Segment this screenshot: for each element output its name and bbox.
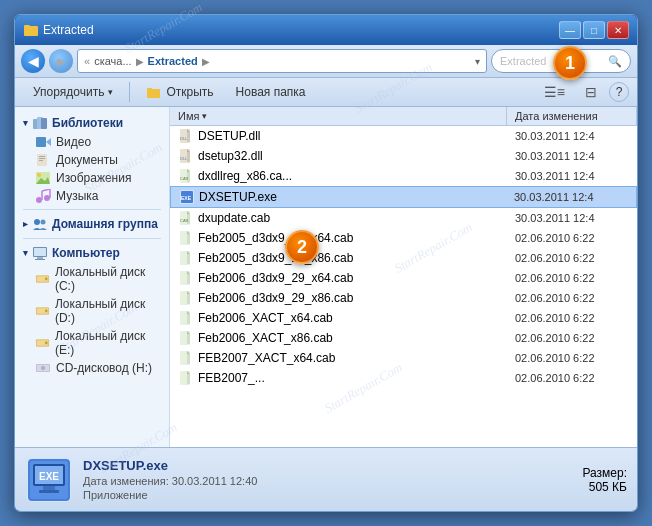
drive-e-icon xyxy=(35,336,50,350)
table-row[interactable]: Feb2006_XACT_x64.cab 02.06.2010 6:22 xyxy=(170,308,637,328)
address-bar[interactable]: « скача... ▶ Extracted ▶ ▾ xyxy=(77,49,487,73)
forward-button[interactable]: ▶ xyxy=(49,49,73,73)
back-button[interactable]: ◀ xyxy=(21,49,45,73)
file-name: Feb2006_d3dx9_29_x64.cab xyxy=(198,271,353,285)
status-filename: DXSETUP.exe xyxy=(83,458,257,473)
view-toggle-button[interactable]: ☰≡ xyxy=(536,81,573,103)
file-cell-date: 30.03.2011 12:4 xyxy=(507,129,637,143)
minimize-button[interactable]: — xyxy=(559,21,581,39)
table-row[interactable]: CAB dxupdate.cab 30.03.2011 12:4 xyxy=(170,208,637,228)
file-name: dxupdate.cab xyxy=(198,211,270,225)
file-list: DLL DSETUP.dll 30.03.2011 12:4 DLL xyxy=(170,126,637,447)
cab-icon xyxy=(178,270,194,286)
file-cell-date: 02.06.2010 6:22 xyxy=(507,251,637,265)
col-name-label: Имя xyxy=(178,110,199,122)
help-button[interactable]: ? xyxy=(609,82,629,102)
computer-icon xyxy=(32,246,48,260)
toolbar-sep-1 xyxy=(129,82,130,102)
file-name: dxdllreg_x86.ca... xyxy=(198,169,292,183)
sidebar-item-drive-e[interactable]: Локальный диск (E:) xyxy=(15,327,169,359)
address-area: ◀ ▶ « скача... ▶ Extracted ▶ ▾ Extracted… xyxy=(15,45,637,78)
sidebar: ▾ Библиотеки Видео xyxy=(15,107,170,447)
col-date-label: Дата изменения xyxy=(515,110,598,122)
view-panel-button[interactable]: ⊟ xyxy=(577,81,605,103)
cab-icon xyxy=(178,330,194,346)
sidebar-item-video[interactable]: Видео xyxy=(15,133,169,151)
sidebar-item-images[interactable]: Изображения xyxy=(15,169,169,187)
file-cell-name: EXE DXSETUP.exe xyxy=(171,188,506,206)
main-content: ▾ Библиотеки Видео xyxy=(15,107,637,447)
video-icon xyxy=(35,135,51,149)
table-row[interactable]: FEB2007_... 02.06.2010 6:22 xyxy=(170,368,637,388)
svg-rect-10 xyxy=(39,156,45,157)
file-cell-name: Feb2006_d3dx9_29_x86.cab xyxy=(170,289,507,307)
sidebar-item-documents[interactable]: Документы xyxy=(15,151,169,169)
svg-point-39 xyxy=(42,367,44,369)
crumb-sep-0: « xyxy=(84,55,90,67)
table-row[interactable]: Feb2006_d3dx9_29_x64.cab 02.06.2010 6:22 xyxy=(170,268,637,288)
file-cell-date: 30.03.2011 12:4 xyxy=(506,190,636,204)
svg-text:EXE: EXE xyxy=(39,471,59,482)
close-button[interactable]: ✕ xyxy=(607,21,629,39)
sidebar-header-computer[interactable]: ▾ Компьютер xyxy=(15,243,169,263)
file-cell-date: 02.06.2010 6:22 xyxy=(507,331,637,345)
svg-rect-88 xyxy=(43,486,55,490)
sidebar-header-libraries[interactable]: ▾ Библиотеки xyxy=(15,113,169,133)
file-cell-date: 30.03.2011 12:4 xyxy=(507,169,637,183)
sidebar-item-drive-d[interactable]: Локальный диск (D:) xyxy=(15,295,169,327)
file-cell-name: FEB2007_... xyxy=(170,369,507,387)
cab-icon: CAB xyxy=(178,168,194,184)
table-row[interactable]: DLL DSETUP.dll 30.03.2011 12:4 xyxy=(170,126,637,146)
svg-text:CAB: CAB xyxy=(180,176,189,181)
file-cell-date: 02.06.2010 6:22 xyxy=(507,371,637,385)
crumb-item-0: скача... xyxy=(94,55,131,67)
organize-button[interactable]: Упорядочить ▾ xyxy=(23,82,123,102)
table-row[interactable]: DLL dsetup32.dll 30.03.2011 12:4 xyxy=(170,146,637,166)
organize-chevron: ▾ xyxy=(108,87,113,97)
sidebar-item-music[interactable]: Музыка xyxy=(15,187,169,205)
homegroup-icon xyxy=(32,217,48,231)
file-cell-date: 02.06.2010 6:22 xyxy=(507,311,637,325)
table-row[interactable]: FEB2007_XACT_x64.cab 02.06.2010 6:22 xyxy=(170,348,637,368)
table-row[interactable]: Feb2005_d3dx9_24_x86.cab 02.06.2010 6:22 xyxy=(170,248,637,268)
sidebar-item-drive-c[interactable]: Локальный диск (C:) xyxy=(15,263,169,295)
col-header-name[interactable]: Имя ▾ xyxy=(170,107,507,125)
table-row[interactable]: Feb2006_d3dx9_29_x86.cab 02.06.2010 6:22 xyxy=(170,288,637,308)
file-cell-date: 30.03.2011 12:4 xyxy=(507,149,637,163)
file-cell-date: 02.06.2010 6:22 xyxy=(507,291,637,305)
new-folder-button[interactable]: Новая папка xyxy=(226,82,316,102)
documents-label: Документы xyxy=(56,153,118,167)
table-row[interactable]: CAB dxdllreg_x86.ca... 30.03.2011 12:4 xyxy=(170,166,637,186)
status-size-label: Размер: xyxy=(582,466,627,480)
computer-label: Компьютер xyxy=(52,246,120,260)
file-cell-date: 02.06.2010 6:22 xyxy=(507,351,637,365)
sidebar-item-cdrom-h[interactable]: CD-дисковод (H:) xyxy=(15,359,169,377)
badge-2: 2 xyxy=(285,230,319,264)
cab-icon xyxy=(178,230,194,246)
col-header-date[interactable]: Дата изменения xyxy=(507,107,637,125)
open-button[interactable]: Открыть xyxy=(136,81,223,103)
maximize-button[interactable]: □ xyxy=(583,21,605,39)
svg-rect-3 xyxy=(147,88,152,91)
table-row[interactable]: Feb2005_d3dx9_24_x64.cab 02.06.2010 6:22 xyxy=(170,228,637,248)
libraries-expand-icon: ▾ xyxy=(23,118,28,128)
svg-point-29 xyxy=(45,278,48,281)
svg-text:DLL: DLL xyxy=(180,136,188,141)
file-name: DSETUP.dll xyxy=(198,129,260,143)
file-cell-date: 30.03.2011 12:4 xyxy=(507,211,637,225)
libraries-icon xyxy=(32,116,48,130)
file-name: Feb2005_d3dx9_24_x86.cab xyxy=(198,251,353,265)
status-file-icon: EXE xyxy=(25,456,73,504)
table-row[interactable]: Feb2006_XACT_x86.cab 02.06.2010 6:22 xyxy=(170,328,637,348)
sidebar-header-homegroup[interactable]: ▸ Домашняя группа xyxy=(15,214,169,234)
file-cell-date: 02.06.2010 6:22 xyxy=(507,231,637,245)
file-cell-name: DLL DSETUP.dll xyxy=(170,127,507,145)
toolbar-right: ☰≡ ⊟ ? xyxy=(536,81,629,103)
svg-point-16 xyxy=(36,197,42,203)
drive-d-icon xyxy=(35,304,50,318)
address-dropdown[interactable]: ▾ xyxy=(475,56,480,67)
sidebar-divider-2 xyxy=(23,238,161,239)
crumb-arrow-1: ▶ xyxy=(202,56,210,67)
explorer-window: Extracted — □ ✕ ◀ ▶ « скача... ▶ Extract… xyxy=(14,14,638,512)
table-row[interactable]: EXE DXSETUP.exe 30.03.2011 12:4 xyxy=(170,186,637,208)
